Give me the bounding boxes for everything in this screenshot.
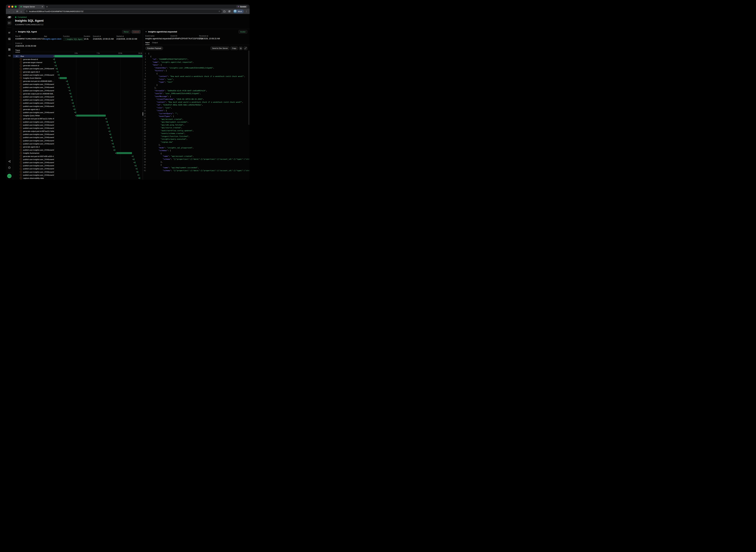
- trace-row[interactable]: ✓Finalization: [13, 180, 143, 180]
- trace-row[interactable]: >_publish:user:insights:user_2VH6zowmh..…: [13, 111, 143, 114]
- trace-row[interactable]: >_generate-output-part-id-c458648f-8d6..…: [13, 92, 143, 95]
- trace-row[interactable]: >_publish:user:insights:user_2VH6zowmh..…: [13, 158, 143, 161]
- trace-row[interactable]: >_publish:user:insights:user_2VH6zowmh..…: [13, 95, 143, 98]
- back-icon[interactable]: ←: [7, 9, 11, 13]
- span-bar[interactable]: [113, 143, 114, 145]
- function-badge[interactable]: ✦Insights SQL Agent: [63, 38, 84, 40]
- cancel-button[interactable]: Cancel: [132, 30, 141, 34]
- trace-row[interactable]: >_publish:user:insights:user_2VH6zowmh..…: [13, 120, 143, 123]
- span-bar[interactable]: [55, 61, 56, 63]
- span-bar[interactable]: [71, 96, 72, 98]
- span-bar[interactable]: [115, 149, 115, 151]
- span-bar[interactable]: [135, 162, 135, 163]
- rerun-button[interactable]: Rerun: [122, 30, 131, 34]
- span-bar[interactable]: [60, 77, 67, 79]
- trace-row[interactable]: >_generate-target-channel: [13, 61, 143, 64]
- tab-close-icon[interactable]: ✕: [41, 6, 43, 8]
- trace-row[interactable]: >_publish:user:insights:user_2VH6zowmh..…: [13, 139, 143, 142]
- span-bar[interactable]: [73, 102, 74, 104]
- span-bar[interactable]: [67, 81, 68, 82]
- reload-icon[interactable]: ⟳: [15, 9, 19, 13]
- function-payload-pill[interactable]: Function Payload: [145, 46, 163, 50]
- payload-code-editor[interactable]: 1[2 {3 "id": "01KHRMPVZP0V977KAT2GP3ST7J…: [143, 51, 250, 180]
- trace-row[interactable]: >_publish:user:insights:user_2VH6zowmh..…: [13, 133, 143, 136]
- gemini-button[interactable]: Gemini: [236, 5, 248, 8]
- trace-row[interactable]: >_publish:user:insights:user_2VH6zowmh..…: [13, 89, 143, 92]
- span-bar[interactable]: [75, 112, 76, 113]
- span-bar[interactable]: [107, 118, 107, 120]
- span-bar[interactable]: [116, 152, 132, 154]
- span-bar[interactable]: [138, 171, 138, 173]
- trace-row[interactable]: >_publish:user:insights:user_2VH6zowmh..…: [13, 105, 143, 108]
- word-wrap-icon[interactable]: [239, 46, 243, 50]
- trace-row[interactable]: >_publish:user:insights:user_2VH6zowmh..…: [13, 173, 143, 176]
- span-bar[interactable]: [72, 99, 73, 101]
- bookmark-star-icon[interactable]: ☆: [218, 10, 220, 13]
- trace-row[interactable]: >_generate-text-part-id-9357e5f0-a530-4.…: [13, 155, 143, 158]
- span-bar[interactable]: [114, 146, 115, 148]
- tab-input[interactable]: Input: [145, 41, 150, 45]
- trace-row[interactable]: >_generate-agent-ids-2: [13, 145, 143, 148]
- span-bar[interactable]: [111, 134, 111, 135]
- site-info-icon[interactable]: ⓘ: [25, 10, 28, 13]
- trace-row[interactable]: ∿Insights Query Writer: [13, 114, 143, 117]
- span-bar[interactable]: [76, 115, 106, 117]
- span-bar[interactable]: [137, 168, 138, 170]
- trace-row[interactable]: >_publish:user:insights:user_2VH6zowmh..…: [13, 136, 143, 139]
- zoom-window-button[interactable]: [15, 6, 17, 8]
- trace-row[interactable]: >_publish:user:insights:user_2VH6zowmh..…: [13, 67, 143, 70]
- tab-output[interactable]: Output: [152, 41, 158, 45]
- span-bar[interactable]: [109, 127, 110, 129]
- trace-row[interactable]: >_publish:user:insights:user_2VH6zowmh..…: [13, 99, 143, 102]
- app-link[interactable]: insights-agent-client: [44, 38, 61, 40]
- trace-row[interactable]: >_publish:user:insights:user_2VH6zowmh..…: [13, 167, 143, 170]
- trace-row[interactable]: >_generate-tool-part-id-c458648f-8d60-..…: [13, 80, 143, 83]
- copy-button[interactable]: Copy: [230, 46, 238, 50]
- trace-row[interactable]: >_publish:user:insights:user_2VH6zowmh..…: [13, 148, 143, 152]
- dev-tools-button[interactable]: </>: [7, 174, 12, 178]
- span-bar[interactable]: [57, 68, 57, 70]
- profile-button[interactable]: Work: [233, 9, 244, 13]
- span-bar[interactable]: [69, 87, 69, 88]
- sidebar-item-events[interactable]: [7, 37, 12, 41]
- trace-row[interactable]: >_publish:user:insights:user_2VH6zowmh..…: [13, 127, 143, 130]
- app-badge[interactable]: DV: [7, 21, 12, 25]
- chrome-menu-icon[interactable]: ⋮: [245, 10, 248, 13]
- trace-row[interactable]: ∿Insights Summarizer: [13, 152, 143, 155]
- trace-row[interactable]: >_publish:user:insights:user_2VH6zowmh..…: [13, 164, 143, 167]
- chevron-down-icon[interactable]: ▼: [15, 31, 17, 33]
- home-icon[interactable]: ⌂: [19, 9, 23, 13]
- scrollbar-thumb[interactable]: [248, 50, 249, 125]
- extensions-icon[interactable]: [223, 10, 226, 13]
- trace-row[interactable]: >_publish:user:insights:user_2VH6zowmh..…: [13, 161, 143, 164]
- span-bar[interactable]: [134, 158, 135, 160]
- tab-search-icon[interactable]: [228, 10, 231, 13]
- span-bar[interactable]: [108, 124, 109, 126]
- span-bar[interactable]: [58, 71, 58, 73]
- sidebar-item-terminal[interactable]: [7, 53, 12, 58]
- minimize-window-button[interactable]: [11, 6, 13, 8]
- sidebar-item-apps[interactable]: [7, 47, 12, 51]
- trace-row[interactable]: >_publish:user:insights:user_2VH6zowmh..…: [13, 142, 143, 145]
- share-icon[interactable]: [7, 159, 12, 163]
- trace-row[interactable]: ∿Insights Event Matcher: [13, 77, 143, 80]
- span-bar[interactable]: [140, 177, 140, 179]
- trace-row[interactable]: >_generate-network-id: [13, 64, 143, 67]
- span-bar[interactable]: [110, 130, 110, 132]
- span-bar[interactable]: [139, 174, 139, 176]
- expand-icon[interactable]: [243, 46, 247, 50]
- span-bar[interactable]: [59, 74, 59, 76]
- span-bar[interactable]: [54, 58, 55, 60]
- send-to-dev-server-button[interactable]: Send to Dev Server: [210, 46, 229, 50]
- invoke-button[interactable]: Invoke: [238, 30, 247, 34]
- span-bar[interactable]: [133, 155, 134, 157]
- trace-row[interactable]: >_publish:user:insights:user_2VH6zowmh..…: [13, 83, 143, 86]
- span-bar[interactable]: [68, 84, 69, 85]
- trace-row[interactable]: >_publish:user:insights:user_2VH6zowmh..…: [13, 102, 143, 105]
- trace-row[interactable]: >_generate-tool-part-id-887aa111-5d4e-45…: [13, 117, 143, 120]
- span-bar[interactable]: [136, 165, 136, 167]
- trace-row[interactable]: >_publish:user:insights:user_2VH6zowmh..…: [13, 123, 143, 127]
- trace-row[interactable]: >_generate-output-part-id-887aa111-5d4e.…: [13, 130, 143, 133]
- browser-tab[interactable]: Inngest Server ✕: [19, 5, 45, 9]
- close-window-button[interactable]: [8, 6, 10, 8]
